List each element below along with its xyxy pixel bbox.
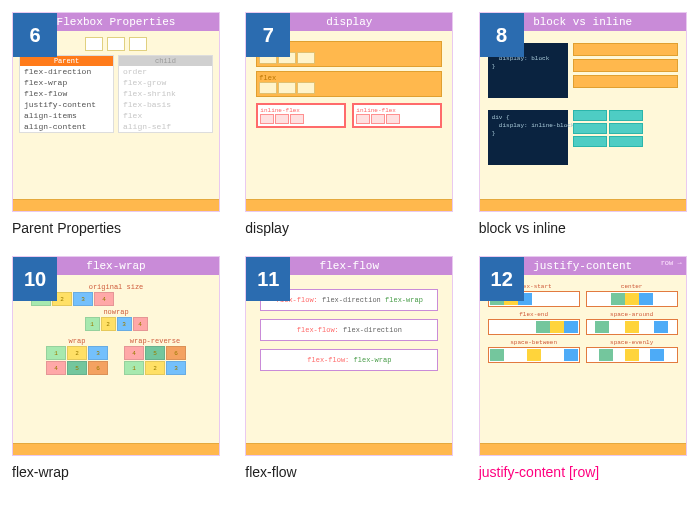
card-footer bbox=[480, 443, 686, 455]
inline-flex-demo: inline-flex bbox=[256, 103, 346, 128]
code-block: div { display: inline-block } bbox=[488, 110, 568, 165]
parent-panel: Parent flex-direction flex-wrap flex-flo… bbox=[19, 55, 114, 133]
prop: flex-grow bbox=[119, 77, 212, 88]
badge: 11 bbox=[246, 257, 290, 301]
card-footer bbox=[246, 443, 452, 455]
badge: 12 bbox=[480, 257, 524, 301]
badge: 7 bbox=[246, 13, 290, 57]
prop: align-content bbox=[20, 121, 113, 132]
jc-label: space-evenly bbox=[586, 339, 678, 346]
jc-demo bbox=[488, 347, 580, 363]
jc-label: space-around bbox=[586, 311, 678, 318]
jc-demo bbox=[586, 291, 678, 307]
card-6[interactable]: 6 Flexbox Properties Parent flex-directi… bbox=[12, 12, 221, 236]
prop: flex-direction bbox=[20, 66, 113, 77]
prop: flex bbox=[119, 110, 212, 121]
demo-box bbox=[85, 37, 103, 51]
card-8[interactable]: 8 block vs inline div { display: block }… bbox=[479, 12, 688, 236]
child-panel: child order flex-grow flex-shrink flex-b… bbox=[118, 55, 213, 133]
card-grid: 6 Flexbox Properties Parent flex-directi… bbox=[12, 12, 688, 480]
prop: order bbox=[119, 66, 212, 77]
card-caption: justify-content [row] bbox=[479, 464, 688, 480]
card-footer bbox=[13, 199, 219, 211]
jc-demo bbox=[586, 347, 678, 363]
inline-flex-label: inline-flex bbox=[356, 107, 438, 114]
badge: 8 bbox=[480, 13, 524, 57]
section-label: wrap-reverse bbox=[120, 337, 190, 345]
demo-box bbox=[129, 37, 147, 51]
badge: 10 bbox=[13, 257, 57, 301]
inline-demo bbox=[573, 110, 678, 165]
card-caption: display bbox=[245, 220, 454, 236]
card-11[interactable]: 11 flex-flow flex-flow: flex-direction f… bbox=[245, 256, 454, 480]
card-caption: Parent Properties bbox=[12, 220, 221, 236]
section-label: nowrap bbox=[19, 308, 213, 316]
card-caption: flex-wrap bbox=[12, 464, 221, 480]
card-caption: block vs inline bbox=[479, 220, 688, 236]
prop: flex-basis bbox=[119, 99, 212, 110]
demo-box bbox=[107, 37, 125, 51]
child-panel-head: child bbox=[119, 56, 212, 66]
jc-label: center bbox=[586, 283, 678, 290]
prop: justify-content bbox=[20, 99, 113, 110]
card-12[interactable]: 12 justify-content row → flex-start cent… bbox=[479, 256, 688, 480]
card-footer bbox=[480, 199, 686, 211]
flex-demo: flex bbox=[256, 71, 442, 97]
prop: flex-shrink bbox=[119, 88, 212, 99]
prop: flex-flow bbox=[20, 88, 113, 99]
inline-flex-demo: inline-flex bbox=[352, 103, 442, 128]
jc-label: flex-end bbox=[488, 311, 580, 318]
card-10[interactable]: 10 flex-wrap original size 1234 nowrap 1… bbox=[12, 256, 221, 480]
prop: flex-wrap bbox=[20, 77, 113, 88]
flow-box: flex-flow: flex-direction bbox=[260, 319, 438, 341]
jc-label: space-between bbox=[488, 339, 580, 346]
inline-flex-label: inline-flex bbox=[260, 107, 342, 114]
header-tag: row → bbox=[661, 259, 682, 267]
parent-panel-head: Parent bbox=[20, 56, 113, 66]
block-demo bbox=[573, 43, 678, 98]
card-footer bbox=[246, 199, 452, 211]
jc-demo bbox=[488, 319, 580, 335]
badge: 6 bbox=[13, 13, 57, 57]
flow-box: flex-flow: flex-wrap bbox=[260, 349, 438, 371]
card-footer bbox=[13, 443, 219, 455]
header-text: justify-content bbox=[533, 260, 632, 272]
prop: align-self bbox=[119, 121, 212, 132]
prop: align-items bbox=[20, 110, 113, 121]
card-7[interactable]: 7 display flex flex inline-flex bbox=[245, 12, 454, 236]
flex-label: flex bbox=[259, 74, 439, 82]
jc-demo bbox=[586, 319, 678, 335]
card-caption: flex-flow bbox=[245, 464, 454, 480]
section-label: wrap bbox=[42, 337, 112, 345]
